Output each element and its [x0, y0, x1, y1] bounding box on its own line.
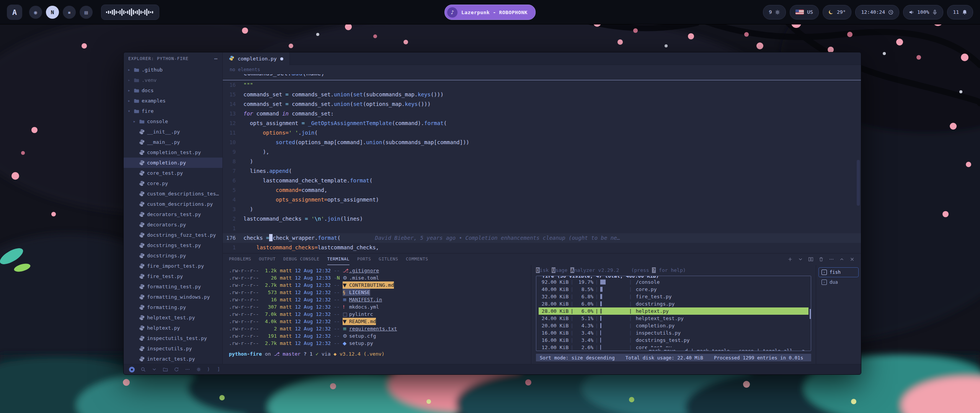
dua-row[interactable]: 40.00 KiB|8.5%||core.py	[539, 286, 808, 293]
workspace-button[interactable]: ◉	[29, 6, 42, 19]
dua-row[interactable]: 16.00 KiB|3.4%||inspectutils.py	[539, 329, 808, 337]
notifications-pill[interactable]: 11	[947, 5, 973, 20]
close-panel-icon[interactable]	[849, 257, 855, 262]
code-line[interactable]: 10 sorted(options_map[command].union(sub…	[223, 138, 861, 147]
tree-file-core.py[interactable]: core.py	[124, 178, 222, 189]
code-line[interactable]: 8 )	[223, 157, 861, 166]
panel-tab-problems[interactable]: PROBLEMS	[229, 254, 251, 265]
workspace-button[interactable]: ▪	[63, 6, 76, 19]
tree-file-__main__.py[interactable]: __main__.py	[124, 137, 222, 147]
tree-file-completion.py[interactable]: completion.py	[124, 158, 222, 168]
tree-folder-docs[interactable]: ▸docs	[124, 85, 222, 96]
terminal-profile-chevron-icon[interactable]	[798, 257, 803, 262]
panel-tab-ports[interactable]: PORTS	[357, 254, 371, 265]
terminal-list-item-fish[interactable]: ›fish	[818, 267, 859, 277]
terminal-dua[interactable]: Disk Usage Analyzer v2.29.2 (press ? for…	[531, 265, 816, 364]
search-icon[interactable]	[140, 367, 146, 372]
code-line[interactable]: 7 lines.append(	[223, 166, 861, 176]
keyboard-layout-pill[interactable]: US	[790, 5, 819, 20]
code-editor[interactable]: 16"""15commands_set = commands_set.union…	[223, 80, 861, 253]
code-line[interactable]: 1 lastcommand_checks=lastcommand_checks,	[223, 243, 861, 252]
more-icon[interactable]	[185, 367, 190, 372]
audio-visualizer[interactable]	[101, 5, 159, 20]
panel-tab-comments[interactable]: COMMENTS	[406, 254, 428, 265]
panel-tab-terminal[interactable]: TERMINAL	[327, 254, 350, 265]
dua-scrollbar[interactable]	[810, 309, 811, 319]
code-line[interactable]: 9 ),	[223, 147, 861, 157]
code-line[interactable]: 12 opts_assignment = _GetOptsAssignmentT…	[223, 119, 861, 128]
dua-row[interactable]: 28.00 KiB|6.0%||helptext.py	[539, 307, 808, 315]
remote-indicator[interactable]	[129, 367, 135, 372]
tree-file-formatting_windows.py[interactable]: formatting_windows.py	[124, 292, 222, 302]
tree-file-completion_test.py[interactable]: completion_test.py	[124, 147, 222, 158]
code-line[interactable]: 176checks =check_wrapper.format(David Bi…	[223, 233, 861, 243]
tree-file-custom_descriptions_test.py[interactable]: custom_descriptions_test.py	[124, 189, 222, 199]
tree-file-helptext.py[interactable]: helptext.py	[124, 323, 222, 333]
panel-tab-gitlens[interactable]: GITLENS	[379, 254, 398, 265]
chevron-down-icon[interactable]	[152, 367, 157, 372]
code-line[interactable]: 14commands_set = commands_set.union(set(…	[223, 99, 861, 109]
tree-file-core_test.py[interactable]: core_test.py	[124, 168, 222, 178]
editor-scrollbar[interactable]	[857, 160, 860, 206]
sync-icon[interactable]	[174, 367, 179, 372]
settings-gear-icon[interactable]	[196, 367, 201, 372]
code-line[interactable]: 6 lastcommand_check_template.format(	[223, 176, 861, 185]
clock-pill[interactable]: 12:40:24	[855, 5, 899, 20]
tree-file-decorators.py[interactable]: decorators.py	[124, 220, 222, 230]
tree-folder-.github[interactable]: ▸.github	[124, 65, 222, 75]
terminal-fish[interactable]: .rw-r--r--1.2kmatt12 Aug 12:32--⎇ .gitig…	[223, 265, 531, 364]
tree-file-custom_descriptions.py[interactable]: custom_descriptions.py	[124, 199, 222, 209]
terminal-list-item-dua[interactable]: ›dua	[818, 277, 859, 287]
tree-file-docstrings_fuzz_test.py[interactable]: docstrings_fuzz_test.py	[124, 230, 222, 240]
workspace-button[interactable]: N	[46, 6, 59, 19]
code-line[interactable]: 15commands_set = commands_set.union(set(…	[223, 90, 861, 99]
code-line[interactable]: 5 command=command,	[223, 185, 861, 195]
tree-file-__init__.py[interactable]: __init__.py	[124, 127, 222, 137]
tab-completion-py[interactable]: completion.py	[223, 52, 290, 65]
split-terminal-icon[interactable]	[808, 257, 813, 262]
code-line[interactable]: 13for command in commands_set:	[223, 109, 861, 119]
tree-file-docstrings.py[interactable]: docstrings.py	[124, 250, 222, 261]
tree-file-inspectutils.py[interactable]: inspectutils.py	[124, 343, 222, 354]
tree-file-helptext_test.py[interactable]: helptext_test.py	[124, 312, 222, 323]
tree-folder-fire[interactable]: ▾fire	[124, 106, 222, 116]
tree-file-interact_test.py[interactable]: interact_test.py	[124, 354, 222, 364]
dua-row[interactable]: 16.00 KiB|3.4%||docstrings_test.py	[539, 337, 808, 344]
panel-tab-debug-console[interactable]: DEBUG CONSOLE	[283, 254, 320, 265]
tree-file-formatting_test.py[interactable]: formatting_test.py	[124, 281, 222, 292]
tree-folder-.venv[interactable]: ▸.venv	[124, 75, 222, 85]
panel-tab-output[interactable]: OUTPUT	[259, 254, 276, 265]
tree-file-formatting.py[interactable]: formatting.py	[124, 302, 222, 312]
code-line[interactable]: 2lastcommand_checks = '\n'.join(lines)	[223, 214, 861, 224]
panel-more-icon[interactable]	[829, 257, 834, 262]
breadcrumb[interactable]: no elements	[223, 65, 861, 74]
tree-folder-examples[interactable]: ▸examples	[124, 96, 222, 106]
code-line[interactable]: 11 options=' '.join(	[223, 128, 861, 138]
folder-icon[interactable]	[163, 367, 168, 372]
tree-folder-console[interactable]: ▸console	[124, 116, 222, 127]
app-launcher-button[interactable]: A	[7, 5, 22, 20]
maximize-panel-icon[interactable]	[839, 257, 844, 262]
weather-pill[interactable]: 29°	[823, 5, 851, 20]
tree-file-fire_import_test.py[interactable]: fire_import_test.py	[124, 261, 222, 271]
dua-row[interactable]: 32.00 KiB|6.8%||fire_test.py	[539, 293, 808, 300]
tree-file-inspectutils_test.py[interactable]: inspectutils_test.py	[124, 333, 222, 343]
code-line[interactable]: 16"""	[223, 80, 861, 90]
code-line[interactable]: 3 )	[223, 205, 861, 214]
kill-terminal-icon[interactable]	[818, 257, 824, 262]
code-line[interactable]: 4 opts_assignment=opts_assignment)	[223, 195, 861, 205]
tree-file-docstrings_test.py[interactable]: docstrings_test.py	[124, 240, 222, 250]
code-line[interactable]: 1	[223, 224, 861, 233]
dua-row[interactable]: 28.00 KiB|6.0%||docstrings.py	[539, 300, 808, 307]
explorer-more-actions-icon[interactable]: ⋯	[214, 55, 218, 62]
new-terminal-icon[interactable]	[787, 257, 793, 262]
dua-row[interactable]: 20.00 KiB|4.3%||completion.py	[539, 322, 808, 329]
tree-file-fire_test.py[interactable]: fire_test.py	[124, 271, 222, 281]
tree-file-decorators_test.py[interactable]: decorators_test.py	[124, 209, 222, 220]
modified-indicator[interactable]	[280, 57, 283, 60]
dua-row[interactable]: 24.00 KiB|5.1%||helptext_test.py	[539, 315, 808, 322]
workspace-button[interactable]: ▤	[80, 6, 93, 19]
volume-pill[interactable]: 100%	[903, 5, 943, 20]
updates-pill[interactable]: 9	[763, 5, 786, 20]
music-pill[interactable]: ♪ Lazerpunk - ROBOPHONK	[444, 5, 536, 20]
